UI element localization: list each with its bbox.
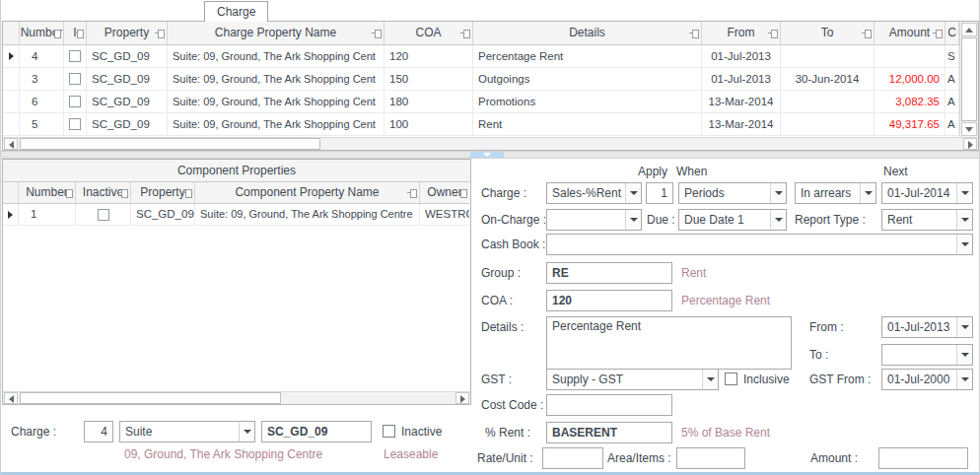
gst-value: Supply - GST bbox=[552, 370, 701, 389]
chevron-down-icon[interactable] bbox=[956, 370, 972, 389]
cell-amount: 3,082.35 bbox=[875, 91, 945, 113]
col-header-property[interactable]: Property bbox=[131, 182, 195, 204]
footer-property-code-field[interactable]: SC_GD_09 bbox=[261, 421, 372, 442]
group-hint: Rent bbox=[681, 262, 706, 284]
amount-field[interactable] bbox=[878, 447, 968, 469]
chevron-down-icon[interactable] bbox=[770, 183, 786, 203]
charge-row[interactable]: 6 SC_GD_09 Suite: 09, Ground, The Ark Sh… bbox=[3, 91, 978, 113]
col-header-component-property-name[interactable]: Component Property Name bbox=[195, 182, 420, 204]
cell-property: SC_GD_09 bbox=[87, 113, 168, 136]
footer-charge-number-field[interactable]: 4 bbox=[84, 421, 113, 442]
charge-row[interactable]: 3 SC_GD_09 Suite: 09, Ground, The Ark Sh… bbox=[3, 68, 978, 91]
chevron-down-icon[interactable] bbox=[956, 235, 972, 254]
chevron-down-icon[interactable] bbox=[702, 370, 718, 389]
group-field[interactable]: RE bbox=[546, 262, 672, 284]
col-header-extra[interactable]: C bbox=[945, 22, 959, 45]
cell-owner: WESTRO bbox=[420, 204, 469, 226]
cell-extra: A bbox=[945, 113, 959, 136]
row-indicator-header bbox=[3, 182, 19, 204]
charges-horizontal-scrollbar[interactable] bbox=[3, 137, 978, 150]
chevron-down-icon[interactable] bbox=[239, 422, 254, 441]
chevron-down-icon[interactable] bbox=[956, 210, 972, 230]
inclusive-checkbox[interactable] bbox=[725, 373, 737, 385]
arrears-dropdown[interactable]: In arrears bbox=[795, 182, 876, 204]
inactive-checkbox[interactable] bbox=[69, 118, 81, 130]
scroll-right-button[interactable] bbox=[455, 392, 469, 404]
inactive-checkbox[interactable] bbox=[69, 50, 81, 62]
next-date-picker[interactable]: 01-Jul-2014 bbox=[881, 182, 973, 204]
chevron-down-icon[interactable] bbox=[860, 183, 875, 203]
col-header-amount-label: Amount bbox=[889, 26, 930, 39]
charge-type-dropdown[interactable]: Sales-%Rent bbox=[546, 182, 642, 204]
row-indicator-header bbox=[3, 22, 20, 45]
scroll-right-button[interactable] bbox=[963, 138, 977, 150]
col-header-coa[interactable]: COA bbox=[385, 22, 473, 45]
cell-property: SC_GD_09 bbox=[87, 91, 168, 113]
chevron-down-icon[interactable] bbox=[956, 317, 972, 337]
cashbook-dropdown[interactable] bbox=[546, 234, 973, 255]
charges-grid: Number I Property Charge Property Name C… bbox=[2, 21, 979, 151]
cost-code-field[interactable] bbox=[546, 394, 672, 416]
apply-field[interactable]: 1 bbox=[646, 182, 673, 204]
chevron-down-icon[interactable] bbox=[956, 345, 972, 365]
gst-dropdown[interactable]: Supply - GST bbox=[546, 369, 719, 390]
area-items-field[interactable] bbox=[676, 447, 745, 469]
col-header-to[interactable]: To bbox=[781, 22, 875, 45]
coa-field[interactable]: 120 bbox=[546, 290, 672, 311]
col-header-from[interactable]: From bbox=[702, 22, 781, 45]
scroll-left-button[interactable] bbox=[4, 392, 18, 404]
due-dropdown[interactable]: Due Date 1 bbox=[678, 209, 787, 231]
when-dropdown[interactable]: Periods bbox=[678, 182, 787, 204]
chevron-down-icon[interactable] bbox=[625, 183, 641, 203]
col-header-owner[interactable]: Owner bbox=[420, 182, 469, 204]
component-row[interactable]: 1 SC_GD_09 Suite: 09, Ground, The Ark Sh… bbox=[3, 204, 470, 226]
scroll-down-button[interactable] bbox=[961, 122, 977, 136]
horizontal-splitter[interactable] bbox=[1, 151, 980, 159]
col-header-charge-property-name[interactable]: Charge Property Name bbox=[168, 22, 385, 45]
from-date-picker[interactable]: 01-Jul-2013 bbox=[881, 316, 973, 338]
details-textarea[interactable]: Percentage Rent bbox=[546, 316, 792, 370]
col-header-number[interactable]: Number bbox=[20, 22, 64, 45]
row-indicator-cell bbox=[3, 113, 20, 136]
band-header: Component Properties bbox=[3, 160, 470, 182]
col-header-number[interactable]: Number bbox=[19, 182, 76, 204]
col-header-inactive[interactable]: I bbox=[64, 22, 87, 45]
vertical-scroll-thumb[interactable] bbox=[961, 37, 977, 121]
footer-type-dropdown[interactable]: Suite bbox=[119, 421, 255, 442]
tab-charge-label: Charge bbox=[217, 5, 255, 19]
splitter-grip[interactable] bbox=[470, 152, 504, 158]
col-header-inactive[interactable]: Inactive bbox=[76, 182, 131, 204]
pin-icon bbox=[51, 30, 60, 38]
chevron-down-icon[interactable] bbox=[956, 183, 972, 203]
cell-details: Rent bbox=[473, 113, 702, 136]
horizontal-scroll-thumb[interactable] bbox=[20, 138, 320, 150]
col-header-details[interactable]: Details bbox=[473, 22, 702, 45]
footer-inactive-checkbox[interactable] bbox=[383, 425, 395, 438]
horizontal-scroll-thumb[interactable] bbox=[20, 392, 281, 404]
scroll-up-button[interactable] bbox=[961, 23, 977, 36]
inactive-checkbox[interactable] bbox=[69, 73, 81, 85]
component-horizontal-scrollbar[interactable] bbox=[3, 391, 470, 404]
inactive-checkbox[interactable] bbox=[98, 209, 109, 221]
charges-vertical-scrollbar[interactable] bbox=[959, 22, 978, 137]
to-date-picker[interactable] bbox=[881, 344, 973, 366]
tab-charge[interactable]: Charge bbox=[204, 1, 268, 22]
charge-row[interactable]: 4 SC_GD_09 Suite: 09, Ground, The Ark Sh… bbox=[3, 45, 978, 68]
oncharge-dropdown[interactable] bbox=[546, 209, 642, 231]
inactive-checkbox[interactable] bbox=[69, 96, 81, 107]
next-date-value: 01-Jul-2014 bbox=[887, 183, 955, 203]
arrow-left-icon bbox=[9, 141, 14, 149]
rate-unit-field[interactable] bbox=[542, 447, 603, 469]
report-type-dropdown[interactable]: Rent bbox=[881, 209, 973, 231]
pct-rent-field[interactable]: BASERENT bbox=[546, 422, 672, 443]
col-header-property[interactable]: Property bbox=[87, 22, 168, 45]
chevron-down-icon[interactable] bbox=[770, 210, 786, 230]
group-label: Group : bbox=[481, 262, 521, 284]
col-header-inactive-label: Inactive bbox=[83, 182, 123, 203]
cell-property: SC_GD_09 bbox=[87, 68, 168, 91]
col-header-amount[interactable]: Amount bbox=[875, 22, 945, 45]
gst-from-date-picker[interactable]: 01-Jul-2000 bbox=[881, 369, 973, 390]
chevron-down-icon[interactable] bbox=[625, 210, 641, 230]
charge-row[interactable]: 5 SC_GD_09 Suite: 09, Ground, The Ark Sh… bbox=[3, 113, 978, 136]
scroll-left-button[interactable] bbox=[4, 138, 18, 150]
